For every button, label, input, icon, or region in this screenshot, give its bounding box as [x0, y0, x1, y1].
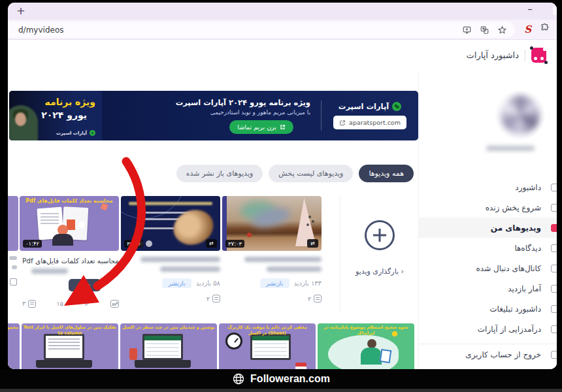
sidebar-item-view-stats[interactable]: آمار بازدید: [419, 278, 557, 299]
statistics-icon[interactable]: [110, 300, 119, 308]
video-filter-tabs: همه ویدیوها ویدیوهای لیست پخش ویدیوهای ب…: [176, 165, 414, 182]
sidebar-item-dashboard[interactable]: داشبورد: [419, 177, 557, 197]
stat-count: ۱۵: [57, 300, 63, 307]
edit-pencil-icon[interactable]: ✎: [82, 301, 91, 306]
url-text[interactable]: d/myvideos: [18, 25, 462, 35]
video-thumbnail[interactable]: محاسبه تعداد کلمات فایل‌های Pdf ۰۱:۴۲: [20, 196, 119, 251]
minimize-button[interactable]: –: [523, 3, 537, 17]
video-actions-row: ✎ ۱۵ ۳: [20, 299, 119, 308]
banner-site-chip[interactable]: aparatsport.com: [333, 116, 406, 129]
aparat-logo[interactable]: [531, 48, 546, 63]
comments-row[interactable]: ۳: [22, 300, 36, 308]
sidebar-menu: داشبورد شروع پخش زنده ویدیوهای من دیدگاه…: [419, 177, 557, 339]
video-title[interactable]: محاسبه تعداد کلمات فایل‌های Pdf: [20, 257, 119, 265]
banner-subtitle: با میزبانی مریم ماهور و نوید استادرحیمی: [102, 109, 310, 116]
promote-button[interactable]: تبلیغ: [69, 279, 101, 291]
bookmark-star-icon[interactable]: [497, 25, 507, 35]
partial-video-thumbnail[interactable]: مجموع: [8, 323, 20, 369]
browser-window: + – d/myvideos: [8, 3, 557, 369]
blurred-title-line: [140, 257, 220, 262]
tab-playlist-videos[interactable]: ویدیوهای لیست پخش: [269, 165, 353, 182]
header-divider: [525, 50, 525, 61]
s-extension-icon[interactable]: S: [524, 23, 531, 36]
video-card[interactable]: ۳۵:۲۶ ⇄ ۵۸ بازدید بازنشر ۲: [121, 196, 220, 302]
logout-icon: [551, 351, 557, 359]
video-thumbnail[interactable]: ۳۷:۰۳ ⇄: [222, 196, 322, 251]
euro-2024-banner[interactable]: آپارات اسپرت aparatsport.com ویژه برنامه…: [9, 91, 418, 140]
page-header: داشبورد آپارات: [467, 48, 546, 63]
sidebar-item-live[interactable]: شروع پخش زنده: [419, 197, 557, 218]
banner-brand-block: آپارات اسپرت aparatsport.com: [322, 91, 418, 140]
video-thumbnail-row2[interactable]: نوشتن و چیدمان متن در چند سطر در اکسل: [120, 323, 217, 369]
thumbnail-title: نحوه صحیح استعلام موضوع پایان‌نامه در ای…: [319, 325, 413, 336]
comments-row[interactable]: ۲: [121, 295, 220, 302]
comment-icon: [314, 295, 322, 302]
address-bar[interactable]: d/myvideos: [8, 22, 515, 38]
bottom-strip: [0, 389, 562, 392]
channels-icon: [551, 265, 557, 272]
comments-count: ۲: [308, 295, 311, 302]
video-thumbnail-row2[interactable]: نحوه صحیح استعلام موضوع پایان‌نامه در ای…: [318, 323, 414, 369]
republished-chip: بازنشر: [260, 278, 289, 288]
live-icon: [551, 204, 557, 212]
translate-icon[interactable]: [480, 25, 489, 35]
external-link-icon: [339, 120, 346, 126]
sidebar-item-comments[interactable]: دیدگاه‌ها: [419, 238, 557, 258]
upload-divider: [340, 196, 340, 312]
views-count: ۵۸ بازدید: [196, 280, 220, 287]
browser-tabstrip: + –: [8, 3, 557, 20]
video-thumbnail-row2[interactable]: ۱۲ مخفی کردن دائم یا موقت یک کاربرگ (She…: [219, 323, 316, 369]
sidebar: داشبورد شروع پخش زنده ویدیوهای من دیدگاه…: [418, 71, 557, 369]
comments-row[interactable]: ۲: [222, 295, 322, 302]
video-thumbnail-row2[interactable]: تفکیک متن در سلول‌های اکسل با ابزار Text…: [22, 323, 118, 369]
watermark-text: Followeran.com: [250, 373, 330, 385]
banner-title: ویژه برنامه یورو ۲۰۲۴ آپارات اسپرت: [102, 98, 310, 107]
banner-left-brand: آپارات اسپرت: [56, 130, 95, 136]
banner-photo: ویژه برنامه یورو ۲۰۲۴ آپارات اسپرت: [9, 91, 102, 140]
thumbnail-title: نوشتن و چیدمان متن در چند سطر در اکسل: [122, 325, 216, 331]
host-photo: [9, 105, 38, 140]
video-card[interactable]: ۳۷:۰۳ ⇄ ۱۳۳ بازدید بازنشر ۲: [222, 196, 322, 302]
sidebar-item-my-videos[interactable]: ویدیوهای من: [419, 218, 557, 238]
banner-text-block: ویژه برنامه یورو ۲۰۲۴ آپارات اسپرت با می…: [102, 91, 321, 140]
plus-icon[interactable]: [365, 220, 395, 250]
comments-icon: [551, 244, 557, 252]
partial-icon: [10, 278, 17, 286]
sidebar-item-followed-channels[interactable]: کانال‌های دنبال شده: [419, 258, 557, 278]
upload-video-card[interactable]: ‹ بارگذاری ویدیو: [342, 208, 417, 276]
extensions-puzzle-icon[interactable]: [540, 23, 550, 36]
sidebar-item-logout[interactable]: خروج از حساب کاربری: [419, 344, 557, 365]
sidebar-item-monetization[interactable]: درآمدزایی از آپارات: [419, 319, 557, 339]
globe-icon: [232, 372, 245, 385]
sidebar-item-ads-dashboard[interactable]: داشبورد تبلیغات: [419, 299, 557, 319]
tab-republished-videos[interactable]: ویدیوهای باز نشر شده: [176, 165, 263, 182]
comment-icon: [212, 295, 220, 302]
duration-badge: ۰۱:۴۲: [23, 240, 42, 248]
views-count: ۱۳۳ بازدید: [294, 280, 322, 287]
username-blurred: [486, 146, 535, 151]
banner-left-subtitle: یورو ۲۰۲۴: [41, 110, 87, 120]
republished-chip: بازنشر: [162, 278, 191, 288]
duration-badge: ۳۷:۰۳: [225, 240, 244, 248]
avatar[interactable]: [495, 90, 545, 140]
blurred-title-line: [267, 267, 322, 272]
ads-icon: [551, 305, 557, 313]
upload-label[interactable]: ‹ بارگذاری ویدیو: [342, 267, 417, 276]
banner-cta-button[interactable]: بزن بریم تماشا: [229, 120, 293, 134]
thumbnail-title: تفکیک متن در سلول‌های اکسل با ابزار Text…: [23, 325, 117, 336]
video-card[interactable]: محاسبه تعداد کلمات فایل‌های Pdf ۰۱:۴۲ مح…: [20, 196, 119, 308]
blurred-meta-line: [31, 269, 68, 274]
blurred-title-line: [160, 267, 220, 272]
blurred-title-line: [244, 257, 322, 262]
install-app-icon[interactable]: [462, 25, 472, 35]
aparat-dashboard-page: داشبورد آپارات داشبورد شروع پخش زنده وید…: [8, 40, 557, 369]
browser-toolbar: d/myvideos: [8, 20, 557, 40]
watermark-bar: Followeran.com: [0, 369, 562, 388]
video-stats: ۵۸ بازدید بازنشر: [121, 278, 220, 288]
new-tab-button[interactable]: +: [14, 5, 27, 18]
video-thumbnail[interactable]: ۳۵:۲۶ ⇄: [121, 196, 220, 251]
tab-all-videos[interactable]: همه ویدیوها: [359, 165, 414, 182]
thumbnail-title: مخفی کردن دائم یا موقت یک کاربرگ (Sheet)…: [220, 325, 314, 336]
monetization-icon: [551, 325, 557, 333]
duration-badge: ۳۵:۲۶: [124, 240, 143, 248]
